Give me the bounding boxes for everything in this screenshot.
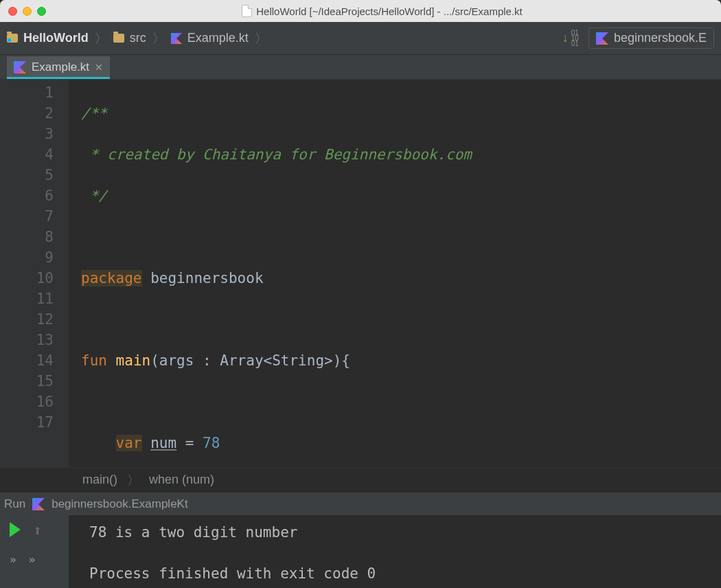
- svg-marker-2: [14, 61, 26, 74]
- chevron-right-icon: 〉: [152, 30, 165, 47]
- editor-gutter[interactable]: 1 2 3 4 5 6 7 8 9 10 11 12 13 14 15 16 1…: [0, 80, 69, 467]
- rerun-button[interactable]: [10, 522, 21, 537]
- line-number: 1: [0, 82, 54, 103]
- editor-breadcrumbs[interactable]: main() 〉 when (num): [0, 467, 721, 492]
- run-configuration-label: beginnersbook.E: [614, 31, 707, 45]
- svg-marker-3: [32, 498, 45, 510]
- code-text: main: [116, 352, 151, 369]
- svg-marker-1: [596, 32, 608, 45]
- editor-tab[interactable]: Example.kt ✕: [7, 56, 110, 79]
- run-tool-title: Run: [4, 497, 25, 511]
- kotlin-file-icon: [14, 61, 26, 74]
- editor-crumb[interactable]: main(): [82, 473, 117, 487]
- window-title: HelloWorld [~/IdeaProjects/HelloWorld] -…: [256, 5, 523, 17]
- run-toolbar: ⬆ » »: [0, 515, 69, 588]
- run-indicator-icon: ↓ 011001: [562, 30, 579, 47]
- line-number: 17: [0, 412, 54, 433]
- line-number: 8: [0, 227, 54, 247]
- editor-crumb[interactable]: when (num): [149, 473, 214, 487]
- code-text: */: [81, 188, 107, 204]
- breadcrumb-folder[interactable]: src: [130, 31, 146, 45]
- file-icon: [242, 5, 252, 17]
- chevron-right-icon: 〉: [95, 30, 107, 47]
- code-text: =: [176, 435, 203, 451]
- chevron-right-icon: 〉: [127, 472, 139, 488]
- up-stack-button[interactable]: ⬆: [33, 522, 42, 539]
- line-number: 3: [0, 124, 54, 144]
- code-text: package: [81, 270, 142, 286]
- code-text: *: [81, 146, 107, 163]
- breadcrumb[interactable]: HelloWorld 〉 src 〉 Example.kt 〉: [7, 30, 273, 47]
- line-number: 13: [0, 330, 54, 350]
- line-number: 11: [0, 289, 54, 309]
- line-number: 15: [0, 371, 54, 392]
- console-line: Process finished with exit code 0: [89, 565, 376, 582]
- breadcrumb-project[interactable]: HelloWorld: [23, 31, 89, 45]
- kotlin-file-icon: [171, 32, 182, 45]
- project-folder-icon: [7, 34, 18, 43]
- line-number: 9: [0, 247, 54, 268]
- code-text: {: [341, 352, 350, 369]
- code-text: ): [333, 352, 342, 369]
- line-number: 10: [0, 268, 54, 289]
- line-number: 6: [0, 185, 54, 206]
- kotlin-icon: [596, 32, 608, 45]
- line-number: 14: [0, 350, 54, 371]
- chevron-right-icon: 〉: [255, 30, 267, 47]
- window-titlebar: HelloWorld [~/IdeaProjects/HelloWorld] -…: [0, 0, 721, 22]
- line-number: 4: [0, 144, 54, 165]
- window-controls: [8, 7, 46, 16]
- code-text: (: [150, 352, 159, 369]
- svg-marker-0: [171, 33, 182, 44]
- line-number: 2: [0, 103, 54, 124]
- kotlin-icon: [32, 498, 45, 510]
- minimize-window-button[interactable]: [23, 7, 32, 16]
- line-number: 16: [0, 392, 54, 412]
- breadcrumb-file[interactable]: Example.kt: [187, 31, 249, 45]
- close-tab-icon[interactable]: ✕: [95, 62, 103, 73]
- code-text: var: [116, 435, 142, 451]
- expand-button[interactable]: »: [29, 553, 36, 566]
- code-text: /**: [81, 105, 107, 122]
- code-text: fun: [81, 352, 107, 369]
- code-area[interactable]: /** * created by Chaitanya for Beginners…: [69, 80, 619, 467]
- editor-tab-label: Example.kt: [32, 60, 89, 74]
- zoom-window-button[interactable]: [37, 7, 46, 16]
- editor-tab-strip: Example.kt ✕: [0, 55, 721, 80]
- code-text: args : Array<String>: [159, 352, 333, 369]
- line-number: 7: [0, 206, 54, 227]
- code-editor[interactable]: 1 2 3 4 5 6 7 8 9 10 11 12 13 14 15 16 1…: [0, 80, 721, 467]
- close-window-button[interactable]: [8, 7, 17, 16]
- run-console-output[interactable]: 78 is a two digit number Process finishe…: [69, 515, 376, 588]
- code-text: beginnersbook: [150, 270, 263, 286]
- run-tool-target: beginnersbook.ExampleKt: [52, 497, 187, 511]
- folder-icon: [113, 34, 124, 43]
- run-tool-window: ⬆ » » 78 is a two digit number Process f…: [0, 515, 721, 588]
- line-number: 12: [0, 309, 54, 330]
- code-text: created by Chaitanya for Beginnersbook.c…: [107, 146, 472, 163]
- console-line: 78 is a two digit number: [89, 524, 297, 541]
- run-configuration-selector[interactable]: beginnersbook.E: [588, 27, 714, 49]
- code-text: 78: [203, 435, 220, 451]
- line-number: 5: [0, 165, 54, 185]
- expand-button[interactable]: »: [10, 553, 16, 566]
- run-tool-header[interactable]: Run beginnersbook.ExampleKt: [0, 492, 721, 515]
- code-text: num: [150, 435, 176, 451]
- navigation-bar: HelloWorld 〉 src 〉 Example.kt 〉 ↓ 011001…: [0, 22, 721, 55]
